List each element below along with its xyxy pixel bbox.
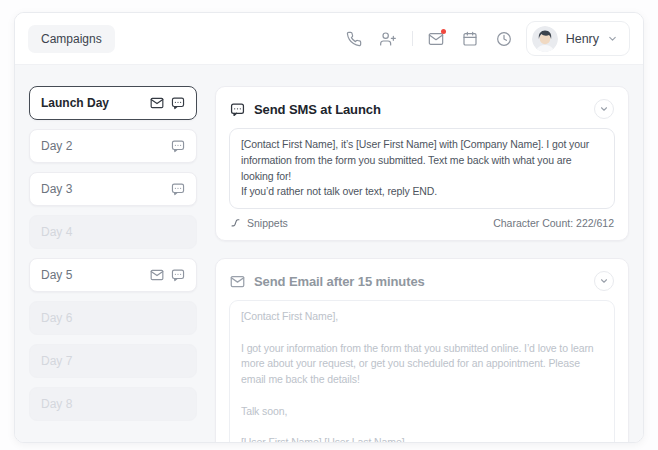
- chevron-down-icon: [607, 33, 618, 44]
- chevron-down-icon: [599, 104, 609, 114]
- user-menu[interactable]: Henry: [526, 21, 630, 56]
- snippets-icon: [230, 218, 241, 229]
- user-name: Henry: [566, 32, 599, 46]
- sidebar-item-day-3[interactable]: Day 3: [29, 172, 197, 206]
- character-count: Character Count: 222/612: [493, 217, 614, 229]
- snippets-label: Snippets: [247, 217, 288, 229]
- sidebar-item-day-8[interactable]: Day 8: [29, 387, 197, 421]
- card-footer: Snippets Character Count: 222/612: [229, 209, 615, 231]
- sms-step-card: Send SMS at Launch [Contact First Name],…: [215, 86, 629, 241]
- email-step-card: Send Email after 15 minutes [Contact Fir…: [215, 258, 629, 443]
- sms-icon: [171, 96, 185, 110]
- collapse-button[interactable]: [594, 99, 614, 119]
- sidebar-item-day-2[interactable]: Day 2: [29, 129, 197, 163]
- sms-icon: [171, 268, 185, 282]
- top-bar: Campaigns Henry: [15, 13, 643, 64]
- sidebar-item-label: Day 4: [41, 225, 72, 239]
- sms-icon: [171, 182, 185, 196]
- notification-dot: [441, 29, 446, 34]
- step-editor-column: Send SMS at Launch [Contact First Name],…: [215, 86, 629, 443]
- sidebar-item-day-5[interactable]: Day 5: [29, 258, 197, 292]
- toolbar-divider: [412, 31, 413, 46]
- mail-icon: [230, 274, 245, 289]
- snippets-button[interactable]: Snippets: [230, 217, 288, 229]
- sidebar-item-label: Day 8: [41, 397, 72, 411]
- sidebar-item-day-7[interactable]: Day 7: [29, 344, 197, 378]
- sidebar-item-label: Day 5: [41, 268, 72, 282]
- clock-icon[interactable]: [491, 25, 518, 52]
- chevron-down-icon: [599, 276, 609, 286]
- calendar-icon[interactable]: [457, 25, 484, 52]
- content-area: Launch Day Day 2 Day 3 Day 4: [15, 64, 643, 443]
- card-header: Send SMS at Launch: [229, 97, 615, 128]
- collapse-button[interactable]: [594, 271, 614, 291]
- email-message-input[interactable]: [Contact First Name], I got your informa…: [229, 300, 615, 443]
- phone-icon[interactable]: [341, 25, 368, 52]
- add-contact-icon[interactable]: [375, 25, 402, 52]
- sidebar-item-label: Launch Day: [41, 96, 109, 110]
- toolbar-icons: [341, 25, 518, 52]
- sms-icon: [230, 102, 245, 117]
- sms-icon: [171, 139, 185, 153]
- app-window: Campaigns Henry: [14, 12, 644, 443]
- sms-message-input[interactable]: [Contact First Name], it’s [User First N…: [229, 128, 615, 209]
- sidebar-item-label: Day 2: [41, 139, 72, 153]
- sidebar-item-label: Day 3: [41, 182, 72, 196]
- sidebar-item-label: Day 7: [41, 354, 72, 368]
- card-title: Send Email after 15 minutes: [254, 274, 585, 289]
- card-title: Send SMS at Launch: [254, 102, 585, 117]
- card-header: Send Email after 15 minutes: [229, 269, 615, 300]
- campaigns-nav[interactable]: Campaigns: [28, 25, 115, 53]
- mail-notifications-icon[interactable]: [423, 25, 450, 52]
- mail-icon: [150, 268, 164, 282]
- sidebar-item-day-6[interactable]: Day 6: [29, 301, 197, 335]
- avatar: [532, 26, 558, 52]
- sidebar-item-launch-day[interactable]: Launch Day: [29, 86, 197, 120]
- sidebar-item-label: Day 6: [41, 311, 72, 325]
- sidebar-item-day-4[interactable]: Day 4: [29, 215, 197, 249]
- mail-icon: [150, 96, 164, 110]
- campaign-steps-sidebar: Launch Day Day 2 Day 3 Day 4: [29, 86, 197, 443]
